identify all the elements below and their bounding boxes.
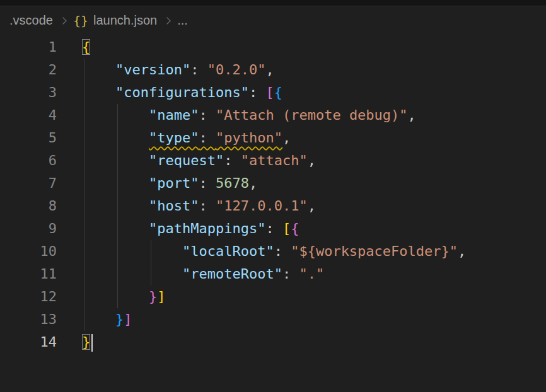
code-token <box>82 266 182 282</box>
code-token: } <box>115 311 124 327</box>
code-token: ] <box>157 289 165 304</box>
code-token <box>82 62 115 78</box>
code-token: , <box>308 153 316 168</box>
code-token: : <box>199 175 216 191</box>
line-number[interactable]: 1 <box>0 36 57 59</box>
code-token: : <box>190 62 207 78</box>
line-number[interactable]: 14 <box>0 331 57 354</box>
line-number[interactable]: 11 <box>0 263 57 285</box>
code-token <box>82 198 149 214</box>
code-token: "127.0.0.1" <box>216 198 308 214</box>
code-token: { <box>274 84 282 100</box>
code-token: [ <box>282 221 291 236</box>
code-token <box>82 221 149 236</box>
code-line: 11 "remoteRoot": "." <box>0 263 546 285</box>
code-token <box>82 107 149 123</box>
breadcrumb-file-label: launch.json <box>93 13 157 28</box>
code-line-content[interactable]: "configurations": [{ <box>82 81 282 104</box>
code-token: "name" <box>149 107 199 123</box>
code-line: 2 "version": "0.2.0", <box>0 59 546 81</box>
code-line-content[interactable]: }] <box>82 285 165 308</box>
code-line: 6 "request": "attach", <box>0 149 546 172</box>
code-token: "request" <box>149 153 224 168</box>
code-token: , <box>308 198 316 214</box>
code-token: } <box>82 334 90 350</box>
code-token: : <box>282 266 299 282</box>
code-line-content[interactable]: "pathMappings": [{ <box>82 217 299 240</box>
code-token: : <box>274 243 291 259</box>
code-token: : <box>249 84 266 100</box>
breadcrumb: .vscode {} launch.json ... <box>0 6 546 35</box>
code-token <box>82 175 149 191</box>
code-token: "type" <box>149 130 199 146</box>
code-token: "host" <box>149 198 199 214</box>
code-line-content[interactable]: "port": 5678, <box>82 172 257 195</box>
code-line: 13 }] <box>0 308 546 331</box>
code-token: "${workspaceFolder}" <box>291 243 458 259</box>
code-line-content[interactable]: "localRoot": "${workspaceFolder}", <box>82 240 466 263</box>
code-line-content[interactable]: "version": "0.2.0", <box>82 59 274 81</box>
code-token: , <box>249 175 257 191</box>
code-line: 14} <box>0 331 546 354</box>
code-line: 4 "name": "Attach (remote debug)", <box>0 104 546 127</box>
code-token: "0.2.0" <box>207 62 266 78</box>
code-line-content[interactable]: } <box>82 331 93 354</box>
code-line-content[interactable]: }] <box>82 308 132 331</box>
line-number[interactable]: 4 <box>0 104 57 127</box>
code-token: "version" <box>115 62 190 78</box>
code-token: , <box>408 107 416 123</box>
code-line: 7 "port": 5678, <box>0 172 546 195</box>
chevron-right-icon <box>164 17 171 24</box>
code-token: } <box>149 289 157 304</box>
code-token: "configurations" <box>115 84 249 100</box>
code-token: "python" <box>216 130 282 146</box>
line-number[interactable]: 13 <box>0 308 57 331</box>
line-number[interactable]: 3 <box>0 81 57 104</box>
code-line: 5 "type": "python", <box>0 127 546 149</box>
code-token: : <box>199 107 216 123</box>
json-file-icon: {} <box>73 13 88 28</box>
code-token: ] <box>124 311 132 327</box>
line-number[interactable]: 2 <box>0 59 57 81</box>
code-line-content[interactable]: "type": "python", <box>82 127 291 149</box>
code-token: 5678 <box>216 175 249 191</box>
code-lines: 1{2 "version": "0.2.0",3 "configurations… <box>0 36 546 354</box>
code-token: [ <box>265 84 274 100</box>
code-token: "." <box>299 266 324 282</box>
code-token: "port" <box>149 175 199 191</box>
code-line: 1{ <box>0 36 546 59</box>
code-line-content[interactable]: "host": "127.0.0.1", <box>82 195 316 217</box>
line-number[interactable]: 9 <box>0 217 57 240</box>
code-token: : <box>224 153 241 168</box>
code-token: : <box>199 198 216 214</box>
line-number[interactable]: 5 <box>0 127 57 149</box>
line-number[interactable]: 8 <box>0 195 57 217</box>
line-number[interactable]: 7 <box>0 172 57 195</box>
code-token: "remoteRoot" <box>182 266 282 282</box>
breadcrumb-file[interactable]: {} launch.json <box>73 13 157 28</box>
line-number[interactable]: 12 <box>0 285 57 308</box>
code-token <box>82 153 149 168</box>
code-line-content[interactable]: "remoteRoot": "." <box>82 263 324 285</box>
breadcrumb-symbol[interactable]: ... <box>177 13 188 28</box>
code-token: , <box>282 130 291 146</box>
code-line: 3 "configurations": [{ <box>0 81 546 104</box>
code-line: 9 "pathMappings": [{ <box>0 217 546 240</box>
code-line-content[interactable]: { <box>82 36 90 59</box>
code-line-content[interactable]: "name": "Attach (remote debug)", <box>82 104 416 127</box>
code-token <box>82 289 149 304</box>
code-editor: 1{2 "version": "0.2.0",3 "configurations… <box>0 35 546 354</box>
code-token: "localRoot" <box>182 243 274 259</box>
chevron-right-icon <box>59 17 66 24</box>
code-token <box>82 130 149 146</box>
code-token: , <box>265 62 274 78</box>
code-line-content[interactable]: "request": "attach", <box>82 149 316 172</box>
text-cursor <box>91 334 93 352</box>
line-number[interactable]: 10 <box>0 240 57 263</box>
breadcrumb-folder[interactable]: .vscode <box>9 13 53 28</box>
code-token <box>82 311 115 327</box>
line-number[interactable]: 6 <box>0 149 57 172</box>
code-token: : <box>265 221 282 236</box>
code-token: : <box>199 130 216 146</box>
code-token: , <box>458 243 466 259</box>
